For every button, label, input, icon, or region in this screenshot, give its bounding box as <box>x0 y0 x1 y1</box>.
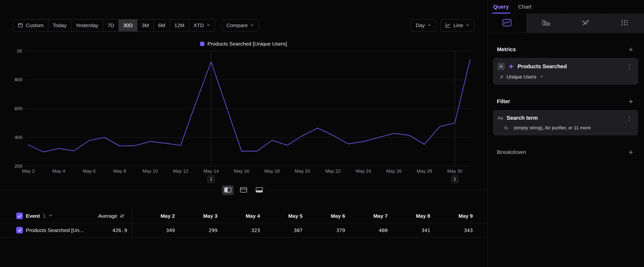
tab-chart[interactable]: Chart <box>518 0 532 14</box>
tab-funnels[interactable] <box>526 14 566 33</box>
add-metric-button[interactable]: + <box>628 46 633 54</box>
svg-text:May 20: May 20 <box>295 168 310 174</box>
svg-text:May 12: May 12 <box>173 168 188 174</box>
date-header-group: May 2May 3May 4May 5May 6May 7May 8May 9 <box>132 213 473 219</box>
svg-text:May 14: May 14 <box>204 168 219 174</box>
event-label: Event <box>26 213 40 219</box>
date-column-header[interactable]: May 4 <box>218 213 260 219</box>
filter-property-name: Search term <box>506 115 622 121</box>
date-column-header[interactable]: May 2 <box>132 213 175 219</box>
svg-text:May 30: May 30 <box>447 168 462 174</box>
value-cell: 379 <box>302 227 345 233</box>
add-filter-button[interactable]: + <box>628 98 633 105</box>
value-cell: 307 <box>260 227 302 233</box>
insights-chart-icon <box>502 19 512 28</box>
table-row: Products Searched [Un... 426.9 349299323… <box>0 223 487 237</box>
date-column-header[interactable]: May 7 <box>345 213 388 219</box>
average-header-cell[interactable]: Average <box>100 209 132 223</box>
metric-card-row: A Products Searched ⋮ <box>498 63 634 70</box>
filter-value: (empty string), Air purifier, or 11 more <box>514 125 590 131</box>
series-name: Products Searched [Un... <box>26 227 84 233</box>
svg-text:May 26: May 26 <box>386 168 402 174</box>
select-all-checkbox[interactable] <box>16 212 23 219</box>
layout-table-button[interactable] <box>253 185 265 195</box>
filter-heading: Filter <box>497 98 510 105</box>
filter-condition-row[interactable]: Is (empty string), Air purifier, or 11 m… <box>504 125 634 131</box>
date-column-header[interactable]: May 5 <box>260 213 302 219</box>
value-cell-group: 349299323307379400341343 <box>132 227 473 233</box>
svg-text:200: 200 <box>14 164 22 169</box>
date-column-header[interactable]: May 9 <box>430 213 473 219</box>
tab-insights[interactable] <box>488 14 526 33</box>
value-cell: 299 <box>175 227 218 233</box>
date-column-header[interactable]: May 6 <box>302 213 345 219</box>
svg-text:May 6: May 6 <box>83 168 96 174</box>
line-chart[interactable]: 2004006008001KMay 2May 4May 6May 8May 10… <box>0 0 487 192</box>
svg-text:1: 1 <box>210 177 212 181</box>
table-header-row: Event 1 Average May 2May 3May 4May 5May … <box>0 209 487 223</box>
date-column-header[interactable]: May 3 <box>175 213 218 219</box>
svg-text:May 28: May 28 <box>417 168 432 174</box>
svg-text:May 24: May 24 <box>356 168 371 174</box>
svg-text:600: 600 <box>14 106 22 111</box>
tab-retention[interactable] <box>566 14 605 33</box>
metric-card[interactable]: A Products Searched ⋮ # Unique Users <box>493 58 638 85</box>
layout-toggle-group <box>218 184 269 196</box>
number-type-icon: # <box>500 74 503 80</box>
metrics-heading: Metrics <box>497 46 516 53</box>
add-breakdown-button[interactable]: + <box>628 148 633 156</box>
tab-query[interactable]: Query <box>493 0 509 14</box>
breakdown-section-header: Breakdown + <box>497 148 633 156</box>
value-cell: 341 <box>388 227 430 233</box>
retention-flow-icon <box>581 19 590 28</box>
layout-table-icon <box>256 187 263 194</box>
dots-grid-icon <box>620 19 629 27</box>
layout-split-button[interactable] <box>222 185 234 195</box>
svg-text:800: 800 <box>14 77 22 82</box>
svg-text:May 10: May 10 <box>142 168 158 174</box>
layout-chart-only-button[interactable] <box>238 185 250 195</box>
value-cell: 323 <box>218 227 260 233</box>
metric-name: Products Searched <box>518 63 622 70</box>
value-cell: 343 <box>430 227 473 233</box>
value-cell: 349 <box>132 227 175 233</box>
average-value-cell: 426.9 <box>100 223 132 237</box>
svg-text:1: 1 <box>454 177 456 181</box>
svg-text:May 22: May 22 <box>325 168 340 174</box>
funnel-bars-icon <box>542 19 550 28</box>
filter-operator: Is <box>504 125 508 131</box>
filter-card[interactable]: Aa Search term ⋮ Is (empty string), Air … <box>493 110 638 135</box>
metrics-section-header: Metrics + <box>497 46 633 54</box>
filter-card-row: Aa Search term ⋮ <box>498 115 634 121</box>
breakdown-heading: Breakdown <box>497 149 526 155</box>
row-checkbox[interactable] <box>16 227 23 233</box>
value-cell: 400 <box>345 227 388 233</box>
annotation-badge: 1 <box>452 176 458 183</box>
sidebar-tabs: Query Chart <box>488 0 644 14</box>
average-label: Average <box>98 213 117 219</box>
results-table: Event 1 Average May 2May 3May 4May 5May … <box>0 209 487 237</box>
svg-text:May 16: May 16 <box>234 168 249 174</box>
svg-text:May 8: May 8 <box>114 168 126 174</box>
chevron-down-icon[interactable] <box>49 213 53 218</box>
app-root: Custom Today Yesterday 7D 30D 3M 6M 12M … <box>0 0 644 267</box>
layout-chart-only-icon <box>240 187 247 194</box>
annotation-badge: 1 <box>208 176 214 183</box>
main-panel: Custom Today Yesterday 7D 30D 3M 6M 12M … <box>0 0 487 267</box>
filter-section-header: Filter + <box>497 98 633 105</box>
sparkle-icon <box>508 64 514 70</box>
aggregation-label: Unique Users <box>506 74 536 80</box>
tab-more-reports[interactable] <box>605 14 644 33</box>
date-column-header[interactable]: May 8 <box>388 213 430 219</box>
metric-menu-button[interactable]: ⋮ <box>625 63 634 70</box>
sort-icon <box>119 213 125 219</box>
average-value: 426.9 <box>112 227 127 233</box>
report-type-tabs <box>488 14 644 33</box>
layout-split-icon <box>224 187 232 194</box>
metric-aggregation-row[interactable]: # Unique Users <box>500 74 634 80</box>
event-header-cell: Event 1 <box>0 209 100 223</box>
tab-chart-label: Chart <box>518 4 532 10</box>
chevron-down-icon <box>540 75 544 80</box>
svg-text:May 4: May 4 <box>52 168 65 174</box>
filter-menu-button[interactable]: ⋮ <box>625 115 634 121</box>
